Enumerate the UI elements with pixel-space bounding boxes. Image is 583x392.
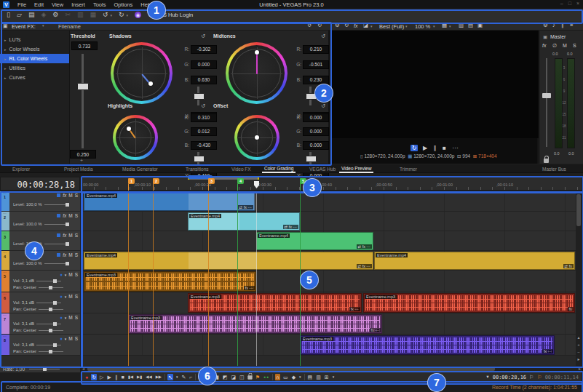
midtones-reset-icon[interactable]: ↺ bbox=[321, 33, 325, 39]
track-solo-button[interactable]: S bbox=[75, 233, 78, 238]
scrollbar-handle[interactable] bbox=[87, 367, 495, 371]
shadows-b-value[interactable]: 0.630 bbox=[191, 76, 217, 84]
fx-item-utilities[interactable]: ▸Utilities bbox=[0, 63, 69, 73]
lock-icon[interactable] bbox=[544, 159, 549, 163]
go-to-start-button[interactable]: ▮◀ bbox=[127, 375, 134, 380]
track-header-7[interactable]: ⋯7 ♦▾MS Vol: 3,1 dB Pan: Center bbox=[0, 313, 80, 335]
tab-video-fx[interactable]: Video FX bbox=[229, 164, 253, 173]
fx-item-color-wheels[interactable]: ▸Color Wheels bbox=[0, 44, 69, 54]
midtones-r-value[interactable]: 0.210 bbox=[303, 45, 329, 54]
track-solo-button[interactable]: S bbox=[75, 315, 78, 320]
video-preview-screen[interactable] bbox=[331, 31, 539, 138]
highlights-color-wheel[interactable] bbox=[113, 115, 158, 160]
video-clip[interactable]: Eventname.mp4 ⇄ fx ⋯ bbox=[84, 252, 373, 270]
clip-buttons[interactable]: ⇄ fx ⋯ bbox=[357, 264, 372, 268]
tab-video-preview[interactable]: Video Preview bbox=[339, 164, 373, 173]
marker-flag-4[interactable]: 4 bbox=[237, 178, 244, 184]
pan-move-icon[interactable]: + bbox=[80, 158, 83, 163]
render-icon[interactable]: ◈ bbox=[41, 12, 46, 18]
track-motion-icon[interactable] bbox=[57, 253, 60, 257]
record-button[interactable]: ● bbox=[84, 374, 89, 380]
level-slider[interactable] bbox=[44, 263, 69, 264]
fade-out-button[interactable]: ◪ bbox=[230, 374, 237, 380]
scrollbar-handle[interactable] bbox=[576, 194, 581, 226]
tab-trimmer[interactable]: Trimmer bbox=[397, 164, 419, 173]
event-fx-panel-icon[interactable]: ▣ bbox=[3, 23, 8, 28]
track-motion-icon[interactable] bbox=[57, 233, 60, 237]
preview-external-monitor-icon[interactable]: ▣ bbox=[477, 23, 483, 28]
track-motion-icon[interactable] bbox=[57, 214, 60, 217]
minimize-icon[interactable]: – bbox=[560, 1, 563, 6]
master-fader-track[interactable] bbox=[546, 58, 547, 147]
split-button[interactable]: ◫ bbox=[239, 374, 245, 380]
track-solo-button[interactable]: S bbox=[75, 294, 78, 299]
dropdown-icon[interactable]: ▾ bbox=[65, 337, 67, 341]
track-solo-button[interactable]: S bbox=[75, 272, 78, 277]
marker-flag-2[interactable]: 2 bbox=[153, 178, 159, 184]
volume-slider[interactable] bbox=[36, 324, 61, 324]
selection-tool-button[interactable]: ▭ bbox=[282, 374, 289, 380]
highlights-r-value[interactable]: 0.310 bbox=[191, 113, 217, 122]
group-button[interactable]: ◆ bbox=[291, 374, 296, 380]
clip-buttons[interactable]: ⇄ fx bbox=[563, 264, 574, 268]
properties-gear-icon[interactable]: ⚙ bbox=[52, 12, 58, 18]
shadows-y-slider[interactable] bbox=[197, 87, 199, 105]
clip-buttons[interactable]: fx ⋯ bbox=[244, 286, 255, 290]
threshold-top-value[interactable]: 0.733 bbox=[71, 41, 98, 50]
level-slider[interactable] bbox=[44, 244, 69, 244]
grid-dropdown-icon[interactable]: ▾ bbox=[332, 375, 336, 380]
master-phase-button[interactable]: ∅ bbox=[552, 43, 557, 49]
playhead-line[interactable] bbox=[256, 191, 257, 366]
tab-project-media[interactable]: Project Media bbox=[62, 164, 95, 173]
pan-slider[interactable] bbox=[39, 309, 63, 310]
video-clip[interactable]: Eventname.mp4 ⇄ fx ⋯ bbox=[188, 212, 300, 231]
tab-color-grading[interactable]: Color Grading bbox=[262, 164, 296, 173]
track-fx-button[interactable]: fx bbox=[63, 213, 66, 218]
scroll-left-icon[interactable]: ◂ bbox=[82, 366, 84, 371]
offset-r-value[interactable]: 0.000 bbox=[303, 113, 329, 122]
master-audio-icon[interactable]: ♪ bbox=[552, 23, 555, 28]
insert-marker-button[interactable]: ⚑ bbox=[255, 374, 261, 380]
loop-flag-icon[interactable]: ⚐ bbox=[528, 374, 534, 380]
audio-clip[interactable]: Eventname.mp3 fx ⋯ bbox=[128, 314, 382, 334]
preview-play-button[interactable]: ▶ bbox=[421, 145, 429, 151]
clip-buttons[interactable]: ⇄ fx ⋯ bbox=[357, 244, 372, 249]
tab-transitions[interactable]: Transitions bbox=[183, 164, 211, 173]
marker-flag-5[interactable]: 5 bbox=[300, 178, 306, 184]
threshold-slider-handle[interactable] bbox=[77, 83, 89, 90]
marker-flag-1[interactable]: 1 bbox=[128, 178, 135, 184]
midtones-b-value[interactable]: 0.230 bbox=[303, 76, 329, 84]
volume-slider[interactable] bbox=[36, 281, 61, 281]
delete-button[interactable]: × bbox=[198, 374, 202, 380]
shadows-reset-icon[interactable]: ↺ bbox=[201, 33, 205, 39]
track-mute-button[interactable]: M bbox=[68, 336, 72, 341]
audio-settings-button[interactable]: ▥ bbox=[315, 374, 322, 380]
preview-stop-button[interactable]: ■ bbox=[441, 145, 448, 151]
redo-dropdown-icon[interactable]: ▾ bbox=[127, 13, 129, 17]
track-fx-button[interactable]: fx bbox=[63, 252, 66, 257]
track-solo-button[interactable]: S bbox=[75, 252, 78, 257]
track-solo-button[interactable]: S bbox=[75, 213, 78, 218]
rate-slider[interactable] bbox=[29, 369, 60, 369]
shadows-r-value[interactable]: -0.302 bbox=[191, 45, 217, 54]
fade-in-button[interactable]: ◩ bbox=[222, 374, 229, 380]
insert-region-button[interactable]: ●● bbox=[263, 375, 270, 380]
threshold-slider[interactable] bbox=[82, 54, 84, 148]
tab-master-bus[interactable]: Master Bus bbox=[540, 164, 568, 173]
loop-playback-button[interactable]: ↻ bbox=[91, 374, 97, 380]
copy-icon[interactable]: ▥ bbox=[77, 12, 84, 18]
new-project-icon[interactable]: ▯ bbox=[7, 12, 10, 18]
mixer-button[interactable]: ▤ bbox=[307, 374, 314, 380]
zoom-in-icon[interactable]: + bbox=[576, 341, 582, 348]
track-mute-button[interactable]: M bbox=[68, 294, 72, 299]
track-header-4[interactable]: ⋯4 fxMS Level: 100,0 % bbox=[0, 251, 80, 271]
highlights-b-value[interactable]: -0.430 bbox=[191, 141, 217, 150]
vegas-hub-login-button[interactable]: VEGAS Hub Login bbox=[148, 12, 193, 18]
fx-item-luts[interactable]: ▸LUTs bbox=[0, 35, 69, 44]
play-from-start-button[interactable]: ▷ bbox=[99, 374, 104, 380]
track-header-8[interactable]: ⋯8 ♦▾MS Vol: 3,1 dB Pan: Center bbox=[0, 335, 80, 356]
track-color-strip[interactable]: ⋯5 bbox=[0, 271, 9, 292]
master-menu-icon[interactable]: ≡ bbox=[570, 23, 573, 28]
tab-media-generator[interactable]: Media Generator bbox=[120, 164, 160, 173]
next-frame-button[interactable]: ▶▶ bbox=[155, 375, 162, 380]
